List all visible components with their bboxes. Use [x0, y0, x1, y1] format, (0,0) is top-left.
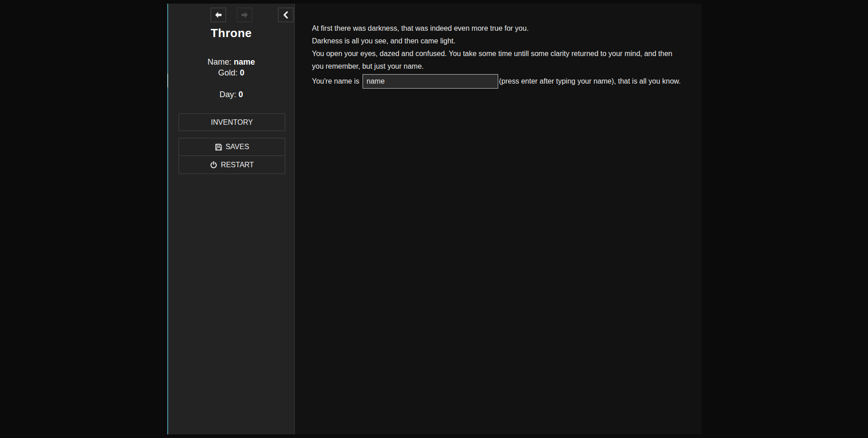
name-input[interactable] — [363, 74, 498, 89]
story-line-3: You open your eyes, dazed and confused. … — [312, 47, 679, 73]
game-window: Throne Name: name Gold: 0 Day: 0 INVENTO… — [167, 4, 702, 434]
restart-button[interactable]: RESTART — [179, 156, 285, 174]
back-button[interactable] — [211, 8, 226, 22]
stat-name-label: Name: — [208, 57, 231, 66]
floppy-disk-icon — [215, 143, 222, 151]
story-line-1: At first there was darkness, that was in… — [312, 22, 679, 35]
inventory-button[interactable]: INVENTORY — [179, 113, 285, 131]
forward-button[interactable] — [237, 8, 252, 22]
stat-gold-value: 0 — [240, 68, 245, 77]
restart-button-label: RESTART — [221, 161, 254, 169]
stat-gold-label: Gold: — [218, 68, 237, 77]
saves-button[interactable]: SAVES — [179, 138, 285, 156]
collapse-sidebar-button[interactable] — [278, 8, 293, 22]
stat-day-value: 0 — [239, 90, 243, 99]
page-title: Throne — [168, 26, 294, 40]
sidebar: Throne Name: name Gold: 0 Day: 0 INVENTO… — [167, 4, 295, 434]
passage-area: At first there was darkness, that was in… — [295, 4, 702, 434]
name-prompt-label: You're name is — [312, 77, 359, 85]
stat-gold: Gold: 0 — [168, 67, 294, 78]
name-prompt-row: You're name is (press enter after typing… — [312, 74, 702, 89]
history-nav — [168, 8, 294, 22]
chevron-left-icon — [282, 11, 290, 19]
stat-name-value: name — [234, 57, 255, 66]
name-prompt-hint: (press enter after typing your name), th… — [499, 77, 681, 85]
arrow-left-icon — [214, 10, 223, 19]
inventory-button-label: INVENTORY — [211, 118, 253, 127]
stat-name: Name: name — [168, 57, 294, 67]
menu-group: SAVES RESTART — [179, 138, 285, 174]
saves-button-label: SAVES — [226, 143, 249, 151]
stat-day: Day: 0 — [168, 89, 294, 100]
power-icon — [210, 161, 217, 169]
arrow-right-icon — [240, 10, 249, 19]
story-text: At first there was darkness, that was in… — [312, 22, 702, 73]
stat-day-label: Day: — [219, 90, 236, 99]
stats-panel: Name: name Gold: 0 Day: 0 — [168, 57, 294, 100]
story-line-2: Darkness is all you see, and then came l… — [312, 35, 679, 47]
